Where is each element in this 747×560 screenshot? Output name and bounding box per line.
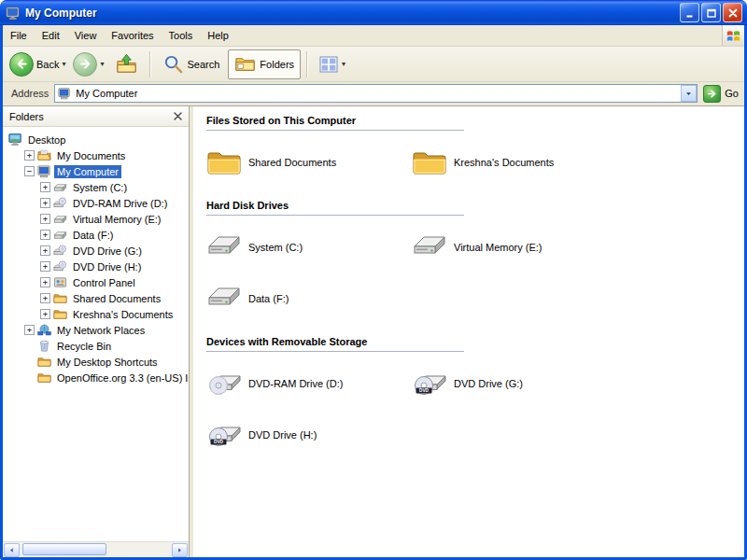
tree-item-data-f[interactable]: +Data (F:) bbox=[3, 227, 189, 243]
tree-item-my-documents[interactable]: +My Documents bbox=[3, 147, 189, 163]
expand-icon[interactable]: + bbox=[40, 182, 50, 192]
toolbar-separator bbox=[149, 51, 150, 77]
section-title: Hard Disk Drives bbox=[206, 200, 464, 216]
harddisk-icon bbox=[206, 232, 242, 262]
tree-item-my-computer[interactable]: −My Computer bbox=[3, 163, 189, 179]
tree-item-label: Data (F:) bbox=[70, 229, 116, 242]
views-button[interactable]: ▾ bbox=[313, 49, 352, 79]
item-system-c[interactable]: System (C:) bbox=[206, 230, 412, 265]
scroll-right-button[interactable] bbox=[172, 543, 188, 557]
tree-item-recycle-bin[interactable]: Recycle Bin bbox=[3, 338, 189, 354]
my-computer-icon bbox=[6, 6, 21, 21]
file-item-label: DVD Drive (H:) bbox=[248, 429, 317, 441]
expand-icon[interactable]: + bbox=[40, 261, 50, 272]
tree-item-my-network-places[interactable]: +My Network Places bbox=[3, 322, 189, 338]
harddisk-icon bbox=[412, 232, 447, 262]
dvd-drive-icon: DVD bbox=[412, 369, 447, 399]
item-dvd-ram-drive-d[interactable]: DVD-RAM Drive (D:) bbox=[206, 366, 412, 401]
maximize-button[interactable] bbox=[701, 3, 721, 22]
back-button[interactable]: Back ▾ bbox=[7, 50, 68, 78]
item-virtual-memory-e[interactable]: Virtual Memory (E:) bbox=[412, 230, 617, 265]
item-dvd-drive-h[interactable]: DVDDVD Drive (H:) bbox=[206, 417, 412, 453]
expand-icon[interactable]: + bbox=[24, 325, 35, 335]
expand-icon[interactable]: + bbox=[40, 277, 50, 287]
expand-icon[interactable]: + bbox=[24, 150, 35, 161]
drive-icon bbox=[53, 180, 67, 194]
collapse-icon[interactable]: − bbox=[24, 166, 35, 176]
close-icon bbox=[727, 7, 739, 19]
tree-item-system-c[interactable]: +System (C:) bbox=[3, 179, 189, 195]
scroll-right-icon bbox=[176, 547, 183, 553]
minimize-button[interactable] bbox=[680, 3, 699, 22]
tree-item-control-panel[interactable]: +Control Panel bbox=[3, 274, 189, 290]
close-icon bbox=[174, 112, 182, 120]
forward-button[interactable]: ▾ bbox=[70, 50, 106, 78]
tree-item-label: DVD Drive (H:) bbox=[70, 260, 144, 273]
file-item-label: Data (F:) bbox=[248, 293, 289, 304]
scrollbar-track[interactable] bbox=[21, 542, 171, 557]
scrollbar-thumb[interactable] bbox=[22, 543, 106, 555]
tree-item-label: Desktop bbox=[25, 133, 68, 147]
expand-icon[interactable]: + bbox=[40, 198, 50, 208]
menu-bar: FileEditViewFavoritesToolsHelp bbox=[3, 25, 744, 47]
forward-dropdown-icon[interactable]: ▾ bbox=[100, 61, 104, 68]
section-files-stored-on-this-computer: Files Stored on This ComputerShared Docu… bbox=[206, 115, 744, 180]
tree-item-desktop[interactable]: Desktop bbox=[3, 132, 189, 147]
tree-item-dvd-drive-g[interactable]: +DVD Drive (G:) bbox=[3, 243, 189, 259]
menu-tools[interactable]: Tools bbox=[162, 25, 201, 46]
search-button[interactable]: Search bbox=[156, 49, 227, 79]
menu-items: FileEditViewFavoritesToolsHelp bbox=[3, 25, 236, 46]
window-controls bbox=[680, 3, 742, 22]
expand-icon[interactable]: + bbox=[40, 309, 50, 319]
scroll-left-button[interactable] bbox=[4, 543, 20, 557]
dvdram-drive-icon bbox=[206, 369, 242, 399]
menu-favorites[interactable]: Favorites bbox=[104, 25, 161, 46]
horizontal-scrollbar[interactable] bbox=[3, 541, 189, 557]
toolbar: Back ▾ ▾ Search Folders bbox=[3, 47, 744, 82]
network-icon bbox=[37, 323, 51, 337]
go-button[interactable] bbox=[703, 85, 721, 103]
windows-logo-icon bbox=[726, 28, 741, 44]
tree-item-shared-documents[interactable]: +Shared Documents bbox=[3, 290, 189, 306]
tree-item-virtual-memory-e[interactable]: +Virtual Memory (E:) bbox=[3, 211, 189, 227]
tree-item-dvd-ram-drive-d[interactable]: +DVD-RAM Drive (D:) bbox=[3, 195, 189, 211]
menu-edit[interactable]: Edit bbox=[35, 25, 67, 46]
item-data-f[interactable]: Data (F:) bbox=[206, 281, 412, 316]
item-dvd-drive-g[interactable]: DVDDVD Drive (G:) bbox=[412, 366, 617, 401]
recycle-bin-icon bbox=[37, 339, 51, 353]
item-shared-documents[interactable]: Shared Documents bbox=[206, 145, 412, 180]
back-icon bbox=[9, 52, 34, 77]
window-title: My Computer bbox=[25, 7, 97, 20]
folders-button[interactable]: Folders bbox=[228, 49, 301, 79]
menu-help[interactable]: Help bbox=[200, 25, 236, 46]
back-dropdown-icon[interactable]: ▾ bbox=[62, 61, 65, 68]
tree-item-openoffice-org-3-3-en-us-inst[interactable]: OpenOffice.org 3.3 (en-US) Inst... bbox=[3, 370, 189, 385]
expand-icon[interactable]: + bbox=[40, 245, 50, 256]
titlebar[interactable]: My Computer bbox=[0, 0, 747, 25]
control-panel-icon bbox=[53, 275, 67, 289]
expand-icon[interactable]: + bbox=[40, 214, 50, 224]
item-kreshna-s-documents[interactable]: Kreshna's Documents bbox=[412, 145, 617, 180]
tree-item-dvd-drive-h[interactable]: +DVD Drive (H:) bbox=[3, 259, 189, 274]
expand-icon[interactable]: + bbox=[40, 293, 50, 303]
folder-large-icon bbox=[412, 147, 447, 177]
up-button[interactable] bbox=[109, 49, 144, 79]
tree-item-label: My Computer bbox=[54, 165, 121, 178]
go-label: Go bbox=[725, 88, 739, 99]
maximize-icon bbox=[706, 7, 717, 19]
menu-view[interactable]: View bbox=[67, 25, 105, 46]
folders-panel-close-button[interactable] bbox=[170, 109, 185, 124]
address-input[interactable]: My Computer bbox=[54, 84, 698, 103]
folder-icon bbox=[53, 307, 67, 321]
scroll-left-icon bbox=[8, 547, 15, 553]
close-button[interactable] bbox=[723, 3, 742, 22]
address-dropdown-button[interactable] bbox=[681, 85, 697, 102]
tree-item-kreshna-s-documents[interactable]: +Kreshna's Documents bbox=[3, 306, 189, 322]
section-title: Files Stored on This Computer bbox=[206, 115, 464, 131]
folders-panel-header: Folders bbox=[3, 106, 189, 127]
cd-drive-icon bbox=[53, 244, 67, 258]
tree-item-label: My Desktop Shortcuts bbox=[54, 356, 161, 369]
expand-icon[interactable]: + bbox=[40, 230, 50, 240]
menu-file[interactable]: File bbox=[3, 25, 35, 46]
tree-item-my-desktop-shortcuts[interactable]: My Desktop Shortcuts bbox=[3, 354, 189, 370]
